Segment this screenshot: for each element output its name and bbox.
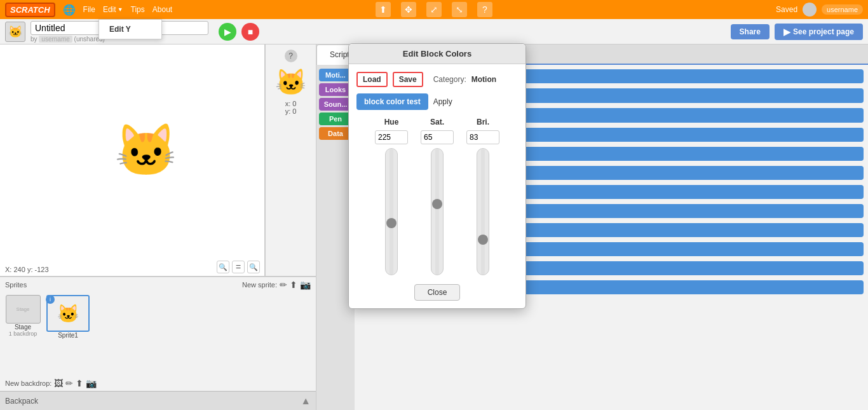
modal-row1: Load Save Category: Motion	[356, 72, 518, 87]
modal-close-row: Close	[356, 284, 518, 301]
zoom-reset-button[interactable]: =	[232, 261, 245, 273]
sat-slider-col: Sat.	[421, 118, 454, 275]
bri-label: Bri.	[477, 118, 489, 126]
camera-sprite-icon[interactable]: 📷	[300, 280, 311, 290]
xy-coordinates: x: 0 y: 0	[285, 100, 297, 115]
move-icon[interactable]: ✥	[401, 2, 416, 17]
backdrop-camera-icon[interactable]: 📷	[86, 378, 97, 388]
hue-label: Hue	[384, 118, 399, 126]
modal-close-button[interactable]: Close	[414, 284, 461, 301]
category-motion[interactable]: Moti...	[319, 69, 352, 81]
zoom-out-button[interactable]: 🔍	[217, 261, 229, 273]
backdrop-icons: 🖼 ✏ ⬆ 📷	[54, 378, 97, 388]
grow-icon[interactable]: ⤢	[426, 2, 442, 17]
new-backdrop-area: New backdrop: 🖼 ✏ ⬆ 📷	[0, 376, 316, 391]
stage-item-label: Stage	[15, 324, 31, 331]
stage-sprite: 🐱	[114, 121, 178, 181]
edit-menu[interactable]: Edit▼	[103, 5, 123, 14]
share-button[interactable]: Share	[731, 24, 770, 39]
category-sound[interactable]: Soun...	[319, 98, 352, 111]
block-color-test-button[interactable]: block color test	[356, 93, 428, 110]
user-avatar	[803, 3, 817, 17]
stage-mini-sprite: 🐱	[275, 67, 307, 97]
new-backdrop-label: New backdrop:	[5, 379, 51, 387]
hue-thumb[interactable]	[386, 218, 397, 228]
sat-slider-track[interactable]	[431, 148, 444, 275]
saved-indicator: Saved	[776, 5, 797, 14]
backpack-area[interactable]: Backpack ▲	[0, 391, 316, 410]
sat-thumb[interactable]	[432, 199, 442, 209]
stage-panel: 🐱 X: 240 y: -123 ? 🐱 x: 0 y: 0 🔍 = 🔍	[0, 44, 316, 410]
bri-thumb[interactable]	[478, 235, 488, 245]
stage-help-icon[interactable]: ?	[285, 50, 297, 62]
modal-save-button[interactable]: Save	[393, 72, 423, 87]
hue-slider-col: Hue	[375, 118, 408, 275]
zoom-controls: 🔍 = 🔍	[217, 261, 260, 273]
menubar-right: Saved username	[776, 3, 863, 17]
backdrop-upload-icon[interactable]: ⬆	[76, 378, 83, 388]
sprite-thumbnail: 🐱	[5, 22, 25, 42]
toolbar-center: ⬆ ✥ ⤢ ⤡ ?	[376, 2, 492, 17]
edit-block-colors-modal: Edit Block Colors Load Save Category: Mo…	[348, 43, 526, 309]
sat-input[interactable]	[421, 130, 454, 144]
shrink-icon[interactable]: ⤡	[452, 2, 467, 17]
category-pen[interactable]: Pen	[319, 113, 352, 125]
upload-icon[interactable]: ⬆	[376, 2, 391, 17]
sprites-area: Stage Stage 1 backdrop i 🐱 Sprite1	[0, 292, 316, 376]
modal-title: Edit Block Colors	[349, 44, 526, 64]
category-value: Motion	[471, 75, 496, 84]
category-data[interactable]: Data	[319, 127, 352, 140]
zoom-in-button[interactable]: 🔍	[247, 261, 260, 273]
stage-area: 🐱 X: 240 y: -123 ? 🐱 x: 0 y: 0 🔍 = 🔍	[0, 44, 316, 277]
stage-backdrops-count: 1 backdrop	[9, 331, 37, 337]
stage-thumbnail: Stage	[6, 295, 41, 324]
bri-input[interactable]	[466, 130, 499, 144]
bri-slider-col: Bri.	[466, 118, 499, 275]
backpack-expand-arrow[interactable]: ▲	[301, 395, 311, 407]
scratch-logo[interactable]: SCRATCH	[5, 3, 55, 17]
apply-button[interactable]: Apply	[433, 97, 452, 106]
hue-track	[390, 149, 393, 275]
hue-slider-track[interactable]	[385, 148, 398, 275]
paint-new-sprite-icon[interactable]: ✏	[280, 280, 287, 290]
sprite-info-badge[interactable]: i	[46, 295, 55, 304]
backpack-label: Backpack	[5, 397, 38, 406]
help-toolbar-icon[interactable]: ?	[477, 2, 492, 17]
menu-bar: SCRATCH 🌐 File Edit▼ Tips About ⬆ ✥ ⤢ ⤡ …	[0, 0, 868, 19]
header-right: Share ▶ See project page	[731, 24, 863, 40]
stage-item[interactable]: Stage Stage 1 backdrop	[4, 295, 42, 373]
sprites-header: Sprites New sprite: ✏ ⬆ 📷	[0, 277, 316, 292]
sprites-panel: Sprites New sprite: ✏ ⬆ 📷 Stage Stage 1 …	[0, 277, 316, 391]
category-label: Category:	[433, 75, 466, 84]
see-project-button[interactable]: ▶ See project page	[775, 24, 863, 40]
green-flag-button[interactable]: ▶	[219, 23, 236, 41]
bri-track	[481, 149, 485, 275]
sprites-label: Sprites	[5, 281, 27, 289]
modal-body: Load Save Category: Motion block color t…	[349, 64, 526, 308]
bri-slider-track[interactable]	[477, 148, 489, 275]
category-looks[interactable]: Looks	[319, 83, 352, 96]
backdrop-pencil-icon[interactable]: ✏	[65, 378, 73, 388]
sprite1-item[interactable]: i 🐱 Sprite1	[46, 295, 90, 373]
sliders-area: Hue Sat. Bri.	[356, 118, 518, 275]
sprite1-label: Sprite1	[58, 332, 78, 339]
username-display[interactable]: username	[822, 4, 863, 15]
edit-y-item[interactable]: Edit Y	[99, 22, 161, 36]
new-sprite-controls: New sprite: ✏ ⬆ 📷	[242, 280, 311, 290]
about-menu[interactable]: About	[153, 5, 172, 14]
stage-coords-left: X: 240 y: -123	[5, 266, 49, 273]
new-sprite-label: New sprite:	[242, 281, 277, 289]
file-menu[interactable]: File	[83, 5, 95, 14]
hue-input[interactable]	[375, 130, 408, 144]
edit-dropdown-menu: Edit Y	[98, 19, 162, 39]
upload-sprite-icon[interactable]: ⬆	[290, 280, 297, 290]
stage-right-info: ? 🐱 x: 0 y: 0	[265, 44, 316, 276]
sat-track	[435, 149, 439, 275]
modal-load-button[interactable]: Load	[356, 72, 388, 87]
globe-icon[interactable]: 🌐	[63, 4, 76, 16]
tips-menu[interactable]: Tips	[131, 5, 145, 14]
modal-row2: block color test Apply	[356, 93, 518, 110]
backdrop-paint-icon[interactable]: 🖼	[54, 378, 63, 388]
sat-label: Sat.	[430, 118, 444, 126]
stop-button[interactable]: ■	[241, 23, 259, 41]
